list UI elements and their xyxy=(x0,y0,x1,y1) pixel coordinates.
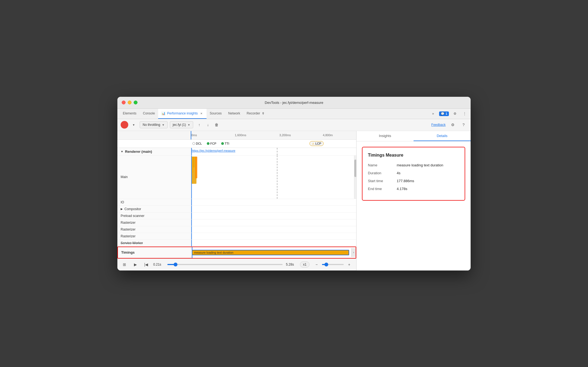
tti-label: TTI xyxy=(225,142,229,145)
details-tabs: Insights Details xyxy=(356,131,471,141)
url-selector-dropdown[interactable]: jec.fyi (1) ▼ xyxy=(170,121,193,128)
feedback-link[interactable]: Feedback xyxy=(431,123,446,127)
record-icon xyxy=(123,123,126,126)
timing-bar[interactable]: measure loading text duration xyxy=(192,250,349,255)
io-track-label: IO xyxy=(117,199,191,206)
compositor-track-content xyxy=(191,206,356,212)
expand-arrow[interactable]: › xyxy=(351,248,356,257)
url-selector-label: jec.fyi (1) xyxy=(173,123,186,127)
zoom-thumb[interactable] xyxy=(324,263,328,266)
main-track-content xyxy=(191,155,356,199)
maximize-button[interactable] xyxy=(134,101,137,104)
compositor-cursor-line xyxy=(191,206,192,212)
detail-endtime-value: 4.178s xyxy=(397,187,407,191)
play-button[interactable]: ▶ xyxy=(132,261,139,268)
service-worker-track-row: Service Worker xyxy=(117,240,356,247)
record-dropdown-button[interactable]: ▼ xyxy=(130,121,137,129)
tabbar: Elements Console 📊 Performance insights … xyxy=(117,109,471,119)
tab-performance-insights[interactable]: 📊 Performance insights ✕ xyxy=(158,109,207,119)
rasterizer3-label-text: Rasterizer xyxy=(121,234,136,238)
scrubber-track[interactable] xyxy=(167,264,283,265)
renderer-track-row: Renderer (main) https://jec.fyi/demo/per… xyxy=(117,148,356,155)
thumbnail-button[interactable]: ⊞ xyxy=(121,261,128,268)
chat-button[interactable]: 💬 1 xyxy=(439,111,449,116)
timeline-scrubber[interactable] xyxy=(167,264,283,265)
tti-marker[interactable]: TTI xyxy=(220,141,231,146)
rasterizer3-track-content xyxy=(191,233,356,240)
time-marker-3: 4,800m xyxy=(323,133,333,137)
service-worker-label-text: Service Worker xyxy=(121,241,143,245)
detail-starttime-value: 177.886ms xyxy=(397,179,414,183)
io-track-content xyxy=(191,199,356,206)
settings-button[interactable]: ⚙ xyxy=(449,121,456,129)
time-marker-1: 1,600ms xyxy=(235,133,246,137)
tab-insights[interactable]: Insights xyxy=(356,131,414,141)
tab-details[interactable]: Details xyxy=(414,131,471,141)
main-label-text: Main xyxy=(121,175,128,179)
preload-cursor-line xyxy=(191,213,192,219)
rasterizer2-label-text: Rasterizer xyxy=(121,228,136,231)
dcl-label: DCL xyxy=(196,142,202,145)
renderer-expand-icon[interactable] xyxy=(121,150,123,153)
zoom-controls: − + xyxy=(313,261,353,268)
rasterizer1-track-content xyxy=(191,219,356,226)
detail-row-starttime: Start time 177.886ms xyxy=(368,179,459,183)
timings-track-content[interactable]: measure loading text duration › xyxy=(191,247,356,258)
tab-elements[interactable]: Elements xyxy=(120,109,140,119)
scrubber-thumb[interactable] xyxy=(174,263,177,266)
rasterizer1-track-row: Rasterizer xyxy=(117,219,356,226)
minimize-button[interactable] xyxy=(128,101,132,104)
settings-tab-button[interactable]: ⚙ xyxy=(451,110,459,117)
delete-button[interactable]: 🗑 xyxy=(213,121,220,129)
download-button[interactable]: ↓ xyxy=(204,121,212,129)
timings-label-text: Timings xyxy=(121,250,135,254)
throttling-dropdown[interactable]: No throttling ▼ xyxy=(140,121,168,128)
flame-bar-4[interactable] xyxy=(193,157,195,167)
speed-badge[interactable]: x1 xyxy=(300,262,309,268)
tab-sources-label: Sources xyxy=(210,111,222,115)
tab-pi-close[interactable]: ✕ xyxy=(199,111,203,115)
dcl-marker[interactable]: DCL xyxy=(191,141,204,146)
io-track-row: IO xyxy=(117,199,356,206)
tab-console[interactable]: Console xyxy=(140,109,158,119)
fcp-marker[interactable]: FCP xyxy=(205,141,218,146)
record-button[interactable] xyxy=(121,121,128,129)
lcp-marker[interactable]: ⚠ LCP xyxy=(309,141,324,146)
help-button[interactable]: ? xyxy=(460,121,467,129)
tab-network-label: Network xyxy=(228,111,240,115)
renderer-track-content: https://jec.fyi/demo/perf-measure xyxy=(191,148,356,155)
scroll-thumb[interactable] xyxy=(354,160,356,177)
zoom-in-button[interactable]: + xyxy=(345,261,353,268)
fcp-label: FCP xyxy=(210,142,216,145)
main-track-label: Main xyxy=(117,155,191,199)
rasterizer1-cursor-line xyxy=(191,219,192,226)
skip-button[interactable]: |◀ xyxy=(142,261,150,268)
upload-button[interactable]: ↑ xyxy=(195,121,203,129)
zoom-out-button[interactable]: − xyxy=(313,261,320,268)
flame-bars xyxy=(191,155,356,199)
toolbar: ▼ No throttling ▼ jec.fyi (1) ▼ ↑ ↓ 🗑 Fe… xyxy=(117,119,471,131)
rasterizer3-track-label: Rasterizer xyxy=(117,233,191,240)
close-button[interactable] xyxy=(122,101,126,104)
details-content: Timings Measure Name measure loading tex… xyxy=(356,141,471,270)
flame-bar-2[interactable] xyxy=(195,157,197,178)
rasterizer3-track-row: Rasterizer xyxy=(117,233,356,240)
chat-count: 1 xyxy=(446,112,447,115)
window-title: DevTools - jec.fyi/demo/perf-measure xyxy=(265,101,323,105)
more-tabs-button[interactable]: » xyxy=(429,110,437,117)
service-worker-track-content xyxy=(191,240,356,246)
tab-recorder[interactable]: Recorder 🎙 xyxy=(243,109,268,119)
main-track-row: Main xyxy=(117,155,356,199)
tabbar-right: » 💬 1 ⚙ ⋮ xyxy=(429,109,468,119)
compositor-expand-icon[interactable] xyxy=(121,207,123,210)
titlebar: DevTools - jec.fyi/demo/perf-measure xyxy=(117,97,471,109)
main-cursor-line xyxy=(191,155,192,199)
rasterizer1-label-text: Rasterizer xyxy=(121,221,136,225)
more-options-button[interactable]: ⋮ xyxy=(461,110,468,117)
time-marker-2: 3,200ms xyxy=(279,133,291,137)
tab-sources[interactable]: Sources xyxy=(207,109,225,119)
zoom-slider[interactable] xyxy=(322,264,344,265)
tab-network[interactable]: Network xyxy=(225,109,243,119)
throttling-chevron-icon: ▼ xyxy=(162,123,165,126)
renderer-url[interactable]: https://jec.fyi/demo/perf-measure xyxy=(192,149,235,152)
